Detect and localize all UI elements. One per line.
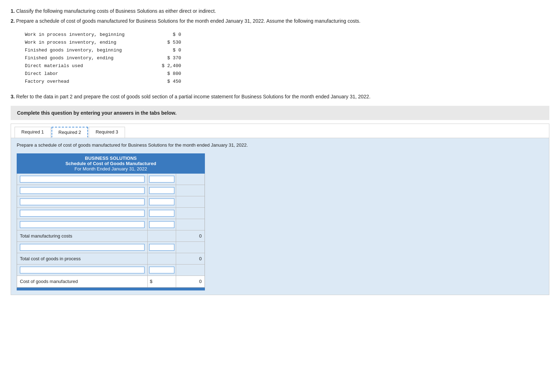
data-value-3: $ 370 [153, 54, 181, 62]
data-row-2: Finished goods inventory, beginning $ 0 [25, 47, 549, 54]
input-label-3[interactable] [20, 198, 145, 205]
total-process-label: Total cost of goods in process [17, 253, 148, 264]
data-row-4: Direct materials used $ 2,400 [25, 62, 549, 70]
data-label-4: Direct materials used [25, 62, 146, 70]
total-process-label-text: Total cost of goods in process [20, 256, 81, 261]
cell-input-4[interactable] [148, 208, 176, 219]
schedule-input-row-5 [17, 219, 205, 230]
input-label-5[interactable] [20, 221, 145, 228]
input-val-3[interactable] [149, 198, 174, 205]
cell-total-2 [176, 185, 205, 196]
data-row-5: Direct labor $ 800 [25, 70, 549, 78]
q2-text: Prepare a schedule of cost of goods manu… [16, 18, 361, 24]
cost-mfg-dollar-cell: $ [148, 276, 176, 287]
schedule-container: BUSINESS SOLUTIONS Schedule of Cost of G… [17, 153, 205, 290]
cell-total-3 [176, 196, 205, 207]
cell-label-7[interactable] [17, 265, 148, 276]
schedule-header: BUSINESS SOLUTIONS Schedule of Cost of G… [17, 153, 205, 174]
data-label-3: Finished goods inventory, ending [25, 54, 146, 62]
data-label-6: Factory overhead [25, 78, 146, 86]
q3-number: 3. [11, 94, 15, 99]
data-value-5: $ 800 [153, 70, 181, 78]
input-label-4[interactable] [20, 210, 145, 217]
tab-description: Prepare a schedule of cost of goods manu… [17, 142, 543, 148]
cell-input-7[interactable] [148, 265, 176, 276]
total-mfg-label: Total manufacturing costs [17, 230, 148, 241]
total-process-value-text: 0 [199, 256, 202, 261]
data-value-1: $ 530 [153, 39, 181, 47]
data-row-6: Factory overhead $ 450 [25, 78, 549, 86]
schedule-input-row-1 [17, 174, 205, 185]
total-mfg-value-text: 0 [199, 233, 202, 239]
instruction-text: Complete this question by entering your … [17, 110, 176, 116]
q1-number: 1. [11, 8, 15, 14]
cell-label-4[interactable] [17, 208, 148, 219]
data-value-0: $ 0 [153, 31, 181, 39]
input-val-5[interactable] [149, 221, 174, 228]
tabs-row: Required 1 Required 2 Required 3 [11, 124, 549, 138]
q3-text: Refer to the data in part 2 and prepare … [16, 94, 371, 99]
schedule-subtitle: Schedule of Cost of Goods Manufactured [18, 161, 203, 166]
total-process-input-cell [148, 253, 176, 264]
schedule-input-row-2 [17, 185, 205, 196]
data-label-1: Work in process inventory, ending [25, 39, 146, 47]
instruction-box: Complete this question by entering your … [11, 106, 549, 120]
schedule-input-row-6 [17, 242, 205, 253]
tab-required-2[interactable]: Required 2 [51, 127, 88, 138]
tab-required-2-label: Required 2 [59, 130, 81, 135]
data-row-1: Work in process inventory, ending $ 530 [25, 39, 549, 47]
tab-content-area: Prepare a schedule of cost of goods manu… [11, 138, 549, 295]
total-process-value: 0 [176, 253, 205, 264]
cell-input-2[interactable] [148, 185, 176, 196]
cost-mfg-value: 0 [176, 276, 205, 287]
tab-required-3-label: Required 3 [96, 129, 118, 135]
cell-total-5 [176, 219, 205, 230]
dollar-sign: $ [150, 279, 152, 284]
schedule-title: BUSINESS SOLUTIONS [18, 156, 203, 161]
cell-input-5[interactable] [148, 219, 176, 230]
tab-required-1[interactable]: Required 1 [15, 127, 51, 138]
schedule-body: Total manufacturing costs 0 [17, 174, 205, 288]
input-val-4[interactable] [149, 210, 174, 217]
cell-label-2[interactable] [17, 185, 148, 196]
input-val-1[interactable] [149, 176, 174, 183]
cell-label-6[interactable] [17, 242, 148, 253]
total-mfg-label-text: Total manufacturing costs [20, 233, 72, 239]
data-label-0: Work in process inventory, beginning [25, 31, 146, 39]
data-label-2: Finished goods inventory, beginning [25, 47, 146, 54]
cell-label-5[interactable] [17, 219, 148, 230]
cell-total-7 [176, 265, 205, 276]
input-label-6[interactable] [20, 244, 145, 251]
schedule-period: For Month Ended January 31, 2022 [18, 166, 203, 172]
input-label-7[interactable] [20, 267, 145, 273]
cell-label-3[interactable] [17, 196, 148, 207]
tab-required-1-label: Required 1 [21, 129, 44, 135]
cost-mfg-value-text: 0 [199, 279, 202, 284]
cell-total-6 [176, 242, 205, 253]
cell-input-3[interactable] [148, 196, 176, 207]
data-row-3: Finished goods inventory, ending $ 370 [25, 54, 549, 62]
cell-total-1 [176, 174, 205, 185]
total-mfg-value: 0 [176, 230, 205, 241]
data-row-0: Work in process inventory, beginning $ 0 [25, 31, 549, 39]
q2-number: 2. [11, 18, 15, 24]
input-label-1[interactable] [20, 176, 145, 183]
tabs-container: Required 1 Required 2 Required 3 Prepare… [11, 124, 549, 295]
input-label-2[interactable] [20, 187, 145, 194]
cell-input-1[interactable] [148, 174, 176, 185]
schedule-input-row-7 [17, 265, 205, 276]
input-val-7[interactable] [149, 267, 174, 273]
data-value-4: $ 2,400 [153, 62, 181, 70]
cell-input-6[interactable] [148, 242, 176, 253]
data-label-5: Direct labor [25, 70, 146, 78]
input-val-2[interactable] [149, 187, 174, 194]
cell-total-4 [176, 208, 205, 219]
cell-label-1[interactable] [17, 174, 148, 185]
tab-required-3[interactable]: Required 3 [89, 127, 125, 138]
data-table: Work in process inventory, beginning $ 0… [25, 31, 549, 86]
schedule-input-row-4 [17, 208, 205, 219]
total-mfg-row: Total manufacturing costs 0 [17, 230, 205, 242]
cost-mfg-label: Cost of goods manufactured [17, 276, 148, 287]
input-val-6[interactable] [149, 244, 174, 251]
bottom-blue-bar [17, 288, 205, 290]
